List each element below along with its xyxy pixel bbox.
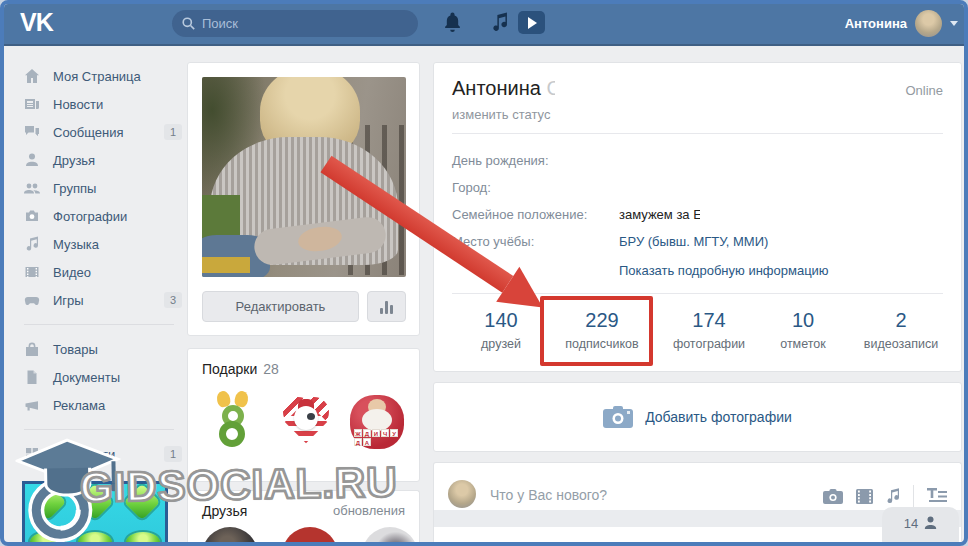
header-user-avatar xyxy=(915,10,942,37)
statistics-button[interactable] xyxy=(367,291,406,322)
grid-icon xyxy=(24,446,40,462)
profile-details: День рождения: Город: Семейное положение… xyxy=(452,147,768,255)
dog-candy-heart-gift[interactable] xyxy=(274,389,336,451)
march8-tulips-gift[interactable] xyxy=(202,389,264,451)
detail-row-city: Город: xyxy=(452,174,768,201)
guests-floating-badge[interactable]: 14 xyxy=(882,507,959,546)
home-icon xyxy=(24,68,40,84)
attach-audio-icon[interactable] xyxy=(886,488,900,504)
play-triangle xyxy=(528,17,537,29)
text-format-icon[interactable] xyxy=(927,488,947,504)
header-user-name: Антонина xyxy=(845,16,907,31)
edit-profile-button[interactable]: Редактировать xyxy=(202,291,359,322)
counter-tags[interactable]: 10 отметок xyxy=(760,301,846,351)
sidebar-item-news[interactable]: Новости xyxy=(14,90,184,118)
sidebar-item-photos[interactable]: Фотографии xyxy=(14,202,184,230)
shopping-bag-icon xyxy=(24,341,40,357)
sidebar-divider xyxy=(24,429,174,430)
sidebar-item-music[interactable]: Музыка xyxy=(14,230,184,258)
divider xyxy=(913,485,914,507)
gem-icon xyxy=(77,484,114,521)
detail-row-education: Место учёбы: БРУ (бывш. МГТУ, ММИ) xyxy=(452,228,768,255)
santa-gift[interactable]: ЖДИЧУДА xyxy=(346,389,408,451)
friends-icon xyxy=(24,152,40,168)
gifts-title[interactable]: Подарки28 xyxy=(202,361,279,377)
groups-icon xyxy=(24,180,40,196)
megaphone-icon xyxy=(24,397,40,413)
add-photos-button[interactable]: Добавить фотографии xyxy=(433,382,962,452)
search-icon xyxy=(182,17,195,30)
gem-icon xyxy=(126,532,160,546)
erased-name: Е xyxy=(693,207,700,222)
counter-followers[interactable]: 229 подписчиков xyxy=(546,301,658,351)
sidebar-item-messages[interactable]: Сообщения 1 xyxy=(14,118,184,146)
friends-title[interactable]: Друзья xyxy=(202,503,247,519)
document-icon xyxy=(24,369,40,385)
notifications-bell-icon[interactable] xyxy=(443,12,462,32)
friends-card: Друзья обновления xyxy=(187,490,420,546)
news-icon xyxy=(24,96,40,112)
edit-status-link[interactable]: изменить статус xyxy=(452,107,550,122)
sidebar-item-games[interactable]: Игры 3 xyxy=(14,286,184,314)
detail-row-birthday: День рождения: xyxy=(452,147,768,174)
attach-video-icon[interactable] xyxy=(856,489,873,504)
divider xyxy=(452,293,943,294)
floating-count: 14 xyxy=(904,516,918,546)
sidebar-divider xyxy=(24,324,174,325)
counter-videos[interactable]: 2 видеозаписи xyxy=(846,301,956,351)
erased-surname: С xyxy=(546,77,555,100)
chevron-down-icon xyxy=(950,21,958,26)
video-icon xyxy=(24,264,40,280)
video-play-icon[interactable] xyxy=(518,11,545,34)
games-badge: 3 xyxy=(164,292,182,308)
bar-chart-icon xyxy=(380,300,393,314)
composer-avatar xyxy=(448,480,476,508)
left-navigation: Моя Страница Новости Сообщения 1 Друзья … xyxy=(14,62,184,468)
profile-info-card: Антонина С Online изменить статус День р… xyxy=(433,62,962,372)
sidebar-item-my-page[interactable]: Моя Страница xyxy=(14,62,184,90)
profile-photo[interactable] xyxy=(202,77,406,277)
gem-icon xyxy=(124,484,161,521)
sidebar-item-goods[interactable]: Товары xyxy=(14,335,184,363)
post-input[interactable]: Что у Вас нового? xyxy=(490,487,607,503)
education-link[interactable]: БРУ (бывш. МГТУ, ММИ) xyxy=(619,234,768,249)
search-placeholder: Поиск xyxy=(202,16,238,31)
counter-friends[interactable]: 140 друзей xyxy=(456,301,546,351)
camera-icon xyxy=(603,406,633,428)
gifts-count: 28 xyxy=(263,361,279,377)
sidebar-item-documents[interactable]: Документы xyxy=(14,363,184,391)
show-more-info-link[interactable]: Показать подробную информацию xyxy=(619,263,829,278)
friend-avatar[interactable] xyxy=(282,527,338,546)
detail-row-marital: Семейное положение: замужем за Е xyxy=(452,201,768,228)
vk-logo[interactable]: VK xyxy=(20,8,53,37)
vk-profile-page: VK Поиск Антонина Моя Страница xyxy=(0,0,968,546)
online-status: Online xyxy=(905,83,943,98)
music-note-icon[interactable] xyxy=(491,12,508,32)
game-ad-banner[interactable] xyxy=(22,481,168,546)
gem-icon xyxy=(78,532,112,546)
friend-avatar[interactable] xyxy=(202,527,258,546)
header-user-menu[interactable]: Антонина xyxy=(845,0,958,46)
person-icon xyxy=(924,516,937,530)
profile-photo-card: Редактировать xyxy=(187,62,420,336)
search-input[interactable]: Поиск xyxy=(172,10,418,37)
sidebar-item-groups[interactable]: Группы xyxy=(14,174,184,202)
gem-icon xyxy=(30,484,67,521)
divider xyxy=(452,133,943,134)
profile-name: Антонина С xyxy=(452,77,555,100)
friend-avatar[interactable] xyxy=(362,527,418,546)
games-gamepad-icon xyxy=(24,292,40,308)
counter-photos[interactable]: 174 фотографии xyxy=(658,301,760,351)
sidebar-item-friends[interactable]: Друзья xyxy=(14,146,184,174)
sidebar-item-my-guests[interactable]: Мои Гости 1 xyxy=(14,440,184,468)
sidebar-item-ads[interactable]: Реклама xyxy=(14,391,184,419)
friends-updates-link[interactable]: обновления xyxy=(333,503,405,518)
top-navbar: VK Поиск Антонина xyxy=(0,0,968,46)
photos-camera-icon xyxy=(24,208,40,224)
gem-icon xyxy=(30,532,64,546)
messages-badge: 1 xyxy=(164,124,182,140)
attach-photo-icon[interactable] xyxy=(823,489,843,504)
santa-gift-text: ЖДИЧУДА xyxy=(354,429,404,446)
sidebar-item-video[interactable]: Видео xyxy=(14,258,184,286)
profile-counters: 140 друзей 229 подписчиков 174 фотографи… xyxy=(456,301,956,351)
